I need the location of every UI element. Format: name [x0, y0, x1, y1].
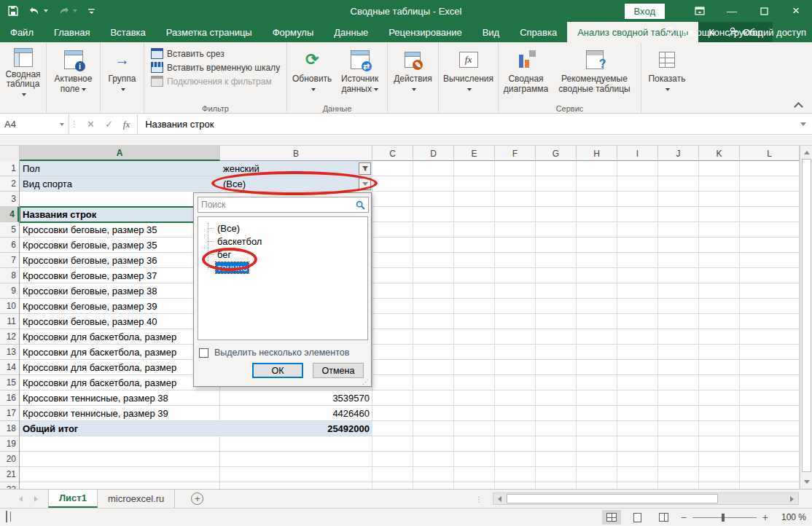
insert-slicer-button[interactable]: Вставить срез: [151, 48, 225, 59]
cell-B1[interactable]: женский: [220, 161, 372, 176]
scroll-left-icon[interactable]: [494, 494, 505, 503]
row-header-4[interactable]: 4: [0, 207, 19, 222]
formula-bar-value[interactable]: Названия строк: [138, 114, 795, 134]
refresh-button[interactable]: ⟳ Обновить: [290, 45, 334, 102]
cell-A2[interactable]: Вид спорта: [20, 176, 220, 192]
normal-view-button[interactable]: [602, 510, 621, 525]
actions-button[interactable]: ✎ Действия: [391, 45, 434, 102]
vertical-scroll-thumb[interactable]: [802, 159, 811, 472]
collapse-ribbon-icon[interactable]: [795, 101, 802, 109]
pivot-table-button[interactable]: Сводная таблица: [3, 45, 43, 102]
scroll-up-icon[interactable]: [802, 147, 811, 158]
cell-A8[interactable]: Кроссовки беговые, размер 37: [20, 268, 220, 283]
search-icon[interactable]: [356, 200, 365, 210]
column-header-C[interactable]: C: [372, 146, 413, 161]
filter-item-3[interactable]: бег: [198, 248, 367, 261]
close-button[interactable]: ×: [780, 0, 812, 22]
customize-qat-button[interactable]: [87, 7, 95, 15]
popup-resize-grip[interactable]: ⋰: [362, 378, 370, 385]
cell-A12[interactable]: Кроссовки для баскетбола, размер: [20, 329, 220, 345]
cell-A7[interactable]: Кроссовки беговые, размер 36: [20, 253, 220, 268]
ribbon-tab-4[interactable]: Разметка страницы: [156, 22, 262, 42]
cell-B17[interactable]: 4426460: [220, 406, 372, 421]
cancel-button[interactable]: Отмена: [313, 363, 364, 378]
show-button[interactable]: Показать: [646, 45, 687, 102]
row-header-11[interactable]: 11: [0, 314, 19, 329]
ok-button[interactable]: ОК: [252, 363, 303, 378]
column-header-K[interactable]: K: [699, 146, 740, 161]
row-header-20[interactable]: 20: [0, 452, 19, 467]
row-header-19[interactable]: 19: [0, 436, 19, 452]
ribbon-tab-7[interactable]: Рецензирование: [378, 22, 472, 42]
next-sheet-icon[interactable]: [34, 496, 38, 502]
column-header-I[interactable]: I: [617, 146, 658, 161]
cell-A14[interactable]: Кроссовки для баскетбола, размер: [20, 360, 220, 375]
row-header-21[interactable]: 21: [0, 467, 19, 482]
row-header-14[interactable]: 14: [0, 360, 19, 375]
ribbon-tab-8[interactable]: Вид: [472, 22, 510, 42]
zoom-slider-thumb[interactable]: [722, 514, 725, 522]
row-header-5[interactable]: 5: [0, 222, 19, 238]
macro-record-icon[interactable]: [6, 511, 7, 522]
horizontal-scroll-thumb[interactable]: [507, 494, 718, 503]
cell-A4[interactable]: Названия строк: [20, 207, 220, 222]
tab-strip-splitter[interactable]: ⋮: [475, 490, 483, 509]
formula-bar-splitter[interactable]: ⋮: [69, 114, 79, 134]
filter-item-1[interactable]: (Все): [198, 221, 367, 235]
help-assistant[interactable]: Помощн: [665, 27, 715, 38]
group-button[interactable]: → Группа: [106, 45, 138, 102]
maximize-button[interactable]: [748, 0, 780, 22]
row-header-8[interactable]: 8: [0, 268, 19, 283]
scroll-right-icon[interactable]: [786, 494, 797, 503]
row-header-6[interactable]: 6: [0, 238, 19, 253]
row-header-9[interactable]: 9: [0, 283, 19, 299]
name-box[interactable]: A4: [0, 114, 69, 134]
new-sheet-button[interactable]: +: [191, 490, 203, 508]
filter-item-4[interactable]: теннис: [198, 261, 367, 274]
horizontal-scrollbar[interactable]: [493, 492, 799, 505]
ribbon-display-options-button[interactable]: [684, 0, 716, 22]
cell-A9[interactable]: Кроссовки беговые, размер 38: [20, 283, 220, 299]
vertical-scrollbar[interactable]: [800, 146, 812, 489]
filter-search-input[interactable]: Поиск: [198, 197, 369, 213]
row-header-22[interactable]: 22: [0, 482, 19, 489]
zoom-slider[interactable]: [692, 517, 757, 518]
page-break-view-button[interactable]: [655, 510, 674, 525]
cell-A6[interactable]: Кроссовки беговые, размер 35: [20, 238, 220, 253]
column-header-G[interactable]: G: [536, 146, 577, 161]
cell-A13[interactable]: Кроссовки для баскетбола, размер: [20, 345, 220, 360]
undo-button[interactable]: [29, 7, 48, 16]
cell-B2[interactable]: (Все): [220, 176, 372, 192]
cell-A11[interactable]: Кроссовки беговые, размер 40: [20, 314, 220, 329]
insert-function-icon[interactable]: fx: [123, 119, 130, 130]
column-header-H[interactable]: H: [577, 146, 617, 161]
row-header-16[interactable]: 16: [0, 390, 19, 406]
prev-sheet-icon[interactable]: [19, 496, 23, 502]
cell-A5[interactable]: Кроссовки беговые, размер 35: [20, 222, 220, 238]
ribbon-tab-1[interactable]: Файл: [0, 22, 44, 42]
sheet-tab-1[interactable]: Лист1: [48, 490, 98, 508]
formula-bar-expand-icon[interactable]: [795, 114, 812, 134]
sheet-tab-2[interactable]: microexcel.ru: [98, 490, 175, 508]
column-header-J[interactable]: J: [658, 146, 699, 161]
ribbon-tab-6[interactable]: Данные: [324, 22, 378, 42]
page-layout-view-button[interactable]: [628, 510, 647, 525]
cell-A10[interactable]: Кроссовки беговые, размер 39: [20, 299, 220, 314]
row-header-13[interactable]: 13: [0, 345, 19, 360]
filter-item-2[interactable]: баскетбол: [198, 235, 367, 248]
zoom-in-button[interactable]: +: [762, 511, 768, 523]
column-header-E[interactable]: E: [454, 146, 495, 161]
cell-A17[interactable]: Кроссовки теннисные, размер 39: [20, 406, 220, 421]
worksheet-grid[interactable]: ПолженскийВид спорта(Все)Названия строкК…: [20, 161, 800, 489]
ribbon-tab-5[interactable]: Формулы: [262, 22, 324, 42]
cell-B18[interactable]: 25492000: [220, 421, 372, 436]
cell-A15[interactable]: Кроссовки для баскетбола, размер: [20, 375, 220, 390]
multi-select-checkbox[interactable]: [199, 348, 208, 358]
row-header-10[interactable]: 10: [0, 299, 19, 314]
column-header-F[interactable]: F: [495, 146, 536, 161]
applied-filter-icon[interactable]: [359, 162, 371, 175]
column-header-D[interactable]: D: [413, 146, 454, 161]
row-header-3[interactable]: 3: [0, 192, 19, 207]
pivot-chart-button[interactable]: Сводная диаграмма: [502, 45, 550, 102]
row-header-18[interactable]: 18: [0, 421, 19, 436]
